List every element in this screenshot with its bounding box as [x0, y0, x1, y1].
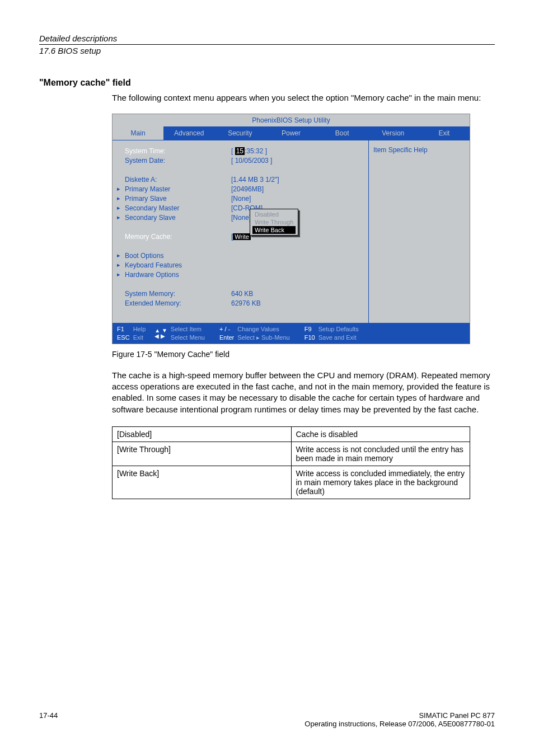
- key-f9: F9: [305, 325, 315, 333]
- opt-val: Write access is concluded immediately, t…: [291, 466, 470, 499]
- footer-line2: Operating instructions, Release 07/2006,…: [305, 720, 495, 728]
- mc-chip: Write: [233, 233, 250, 240]
- popup-option-write-through[interactable]: Write Through: [252, 218, 296, 226]
- label-help: Help: [133, 325, 146, 333]
- options-table: [Disabled] Cache is disabled [Write Thro…: [112, 426, 470, 499]
- table-row: [Write Through] Write access is not conc…: [113, 442, 470, 466]
- label-system-memory: System Memory:: [125, 290, 231, 298]
- time-rest: :35:32 ]: [245, 147, 267, 155]
- value-memory-cache: [Write: [231, 233, 251, 241]
- spacer: [117, 279, 364, 289]
- row-system-date[interactable]: ▸ System Date: [ 10/05/2003 ]: [117, 156, 364, 165]
- body-paragraph: The cache is a high-speed memory buffer …: [112, 370, 495, 415]
- arrow-icon: ▸: [117, 252, 125, 259]
- time-hh: 15: [235, 147, 245, 155]
- tab-power[interactable]: Power: [265, 126, 316, 140]
- arrow-icon: ▸: [117, 214, 125, 221]
- tab-advanced[interactable]: Advanced: [163, 126, 214, 140]
- key-f1: F1: [117, 325, 130, 333]
- row-system-time[interactable]: ▸ System Time: [ 15:35:32 ]: [117, 146, 364, 156]
- arrow-icon: ▸: [117, 185, 125, 192]
- tab-exit[interactable]: Exit: [419, 126, 470, 140]
- row-boot-options[interactable]: ▸ Boot Options: [117, 251, 364, 260]
- opt-val: Write access is not concluded until the …: [291, 442, 470, 466]
- bios-tabs: Main Advanced Security Power Boot Versio…: [113, 126, 470, 140]
- arrow-left-right-icon: ◀ ▶: [154, 334, 167, 339]
- value-system-date: [ 10/05/2003 ]: [231, 157, 272, 165]
- tab-boot[interactable]: Boot: [317, 126, 368, 140]
- bios-footer: F1 ESC Help Exit ▲ ▼ ◀ ▶ Select Item Sel…: [113, 323, 470, 344]
- label-save-exit: Save and Exit: [318, 334, 359, 341]
- opt-val: Cache is disabled: [291, 426, 470, 442]
- key-esc: ESC: [117, 334, 130, 341]
- label-extended-memory: Extended Memory:: [125, 299, 231, 307]
- label-setup-defaults: Setup Defaults: [318, 325, 359, 333]
- label-exit: Exit: [133, 334, 146, 341]
- footer-labels-2: Select Item Select Menu: [171, 325, 205, 341]
- row-primary-slave[interactable]: ▸ Primary Slave [None]: [117, 194, 364, 203]
- arrow-icon: ▸: [117, 204, 125, 212]
- arrow-icon: ▸: [117, 261, 125, 269]
- label-boot-options: Boot Options: [125, 252, 231, 260]
- bios-screenshot: PhoenixBIOS Setup Utility Main Advanced …: [112, 114, 470, 344]
- arrow-icon: ▸: [117, 195, 125, 202]
- label-submenu: Select ▸ Sub-Menu: [237, 334, 289, 341]
- footer-keys-1: F1 ESC: [117, 325, 130, 341]
- row-extended-memory: ▸ Extended Memory: 62976 KB: [117, 298, 364, 308]
- footer-right: SIMATIC Panel PC 877 Operating instructi…: [305, 711, 495, 728]
- row-diskette[interactable]: ▸ Diskette A: [1.44 MB 3 1/2"]: [117, 175, 364, 184]
- label-system-time: System Time:: [125, 147, 231, 155]
- header-rule: [39, 44, 495, 45]
- footer-arrows: ▲ ▼ ◀ ▶: [154, 328, 167, 339]
- footer-labels-4: Setup Defaults Save and Exit: [318, 325, 359, 341]
- intro-paragraph: The following context menu appears when …: [112, 92, 495, 104]
- value-primary-slave: [None]: [231, 195, 251, 203]
- opt-key: [Write Back]: [113, 466, 292, 499]
- row-memory-cache[interactable]: ▸ Memory Cache: [Write: [117, 232, 364, 241]
- tab-main[interactable]: Main: [113, 126, 163, 140]
- bios-title: PhoenixBIOS Setup Utility: [113, 114, 470, 126]
- tab-version[interactable]: Version: [368, 126, 419, 140]
- bios-body: ▸ System Time: [ 15:35:32 ] ▸ System Dat…: [113, 140, 470, 323]
- popup-option-write-back[interactable]: Write Back: [252, 226, 296, 234]
- page-number: 17-44: [39, 711, 58, 728]
- table-row: [Disabled] Cache is disabled: [113, 426, 470, 442]
- key-f10: F10: [305, 334, 315, 341]
- key-enter: Enter: [219, 334, 234, 341]
- bios-help-panel: Item Specific Help: [369, 140, 470, 323]
- label-system-date: System Date:: [125, 157, 231, 165]
- label-memory-cache: Memory Cache:: [125, 233, 231, 241]
- tab-security[interactable]: Security: [214, 126, 265, 140]
- table-row: [Write Back] Write access is concluded i…: [113, 466, 470, 499]
- spacer: [117, 241, 364, 251]
- key-plusminus: + / -: [219, 325, 234, 333]
- label-change-values: Change Values: [237, 325, 289, 333]
- page-header-subtitle: 17.6 BIOS setup: [39, 46, 495, 55]
- label-select-menu: Select Menu: [171, 334, 205, 341]
- spacer: [117, 165, 364, 175]
- label-secondary-master: Secondary Master: [125, 204, 231, 212]
- help-heading: Item Specific Help: [373, 146, 465, 154]
- footer-labels-3: Change Values Select ▸ Sub-Menu: [237, 325, 289, 341]
- value-primary-master: [20496MB]: [231, 185, 264, 193]
- page-header-title: Detailed descriptions: [39, 34, 495, 43]
- section-heading: "Memory cache" field: [39, 78, 495, 88]
- row-primary-master[interactable]: ▸ Primary Master [20496MB]: [117, 184, 364, 194]
- bios-window: PhoenixBIOS Setup Utility Main Advanced …: [112, 114, 470, 344]
- figure-caption: Figure 17-5 "Memory Cache" field: [112, 350, 495, 359]
- footer-keys-2: + / - Enter: [219, 325, 234, 341]
- label-hardware-options: Hardware Options: [125, 271, 231, 279]
- row-hardware-options[interactable]: ▸ Hardware Options: [117, 270, 364, 279]
- row-secondary-slave[interactable]: ▸ Secondary Slave [None]: [117, 213, 364, 222]
- opt-key: [Write Through]: [113, 442, 292, 466]
- value-system-time: [ 15:35:32 ]: [231, 147, 267, 155]
- row-secondary-master[interactable]: ▸ Secondary Master [CD-ROM]: [117, 203, 364, 213]
- value-diskette: [1.44 MB 3 1/2"]: [231, 176, 279, 184]
- value-system-memory: 640 KB: [231, 290, 253, 298]
- label-select-item: Select Item: [171, 325, 205, 333]
- memory-cache-popup[interactable]: Disabled Write Through Write Back: [250, 209, 298, 236]
- row-system-memory: ▸ System Memory: 640 KB: [117, 289, 364, 298]
- row-keyboard-features[interactable]: ▸ Keyboard Features: [117, 260, 364, 270]
- spacer: [117, 222, 364, 232]
- popup-option-disabled[interactable]: Disabled: [252, 210, 296, 218]
